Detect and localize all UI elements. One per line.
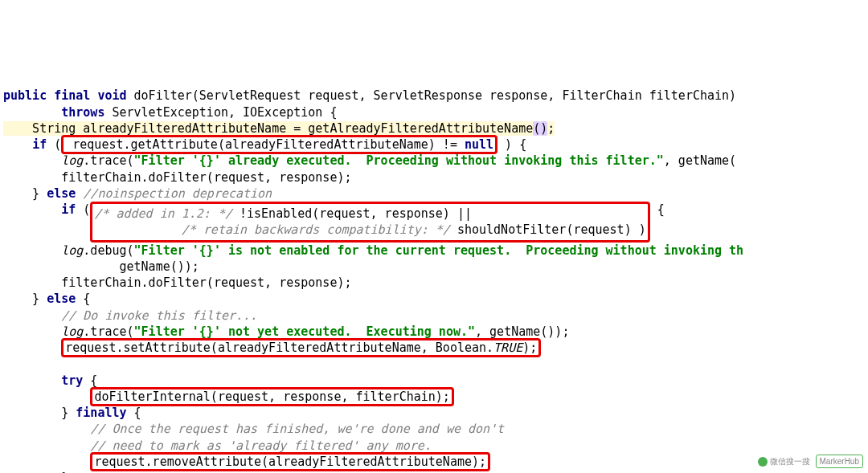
code-block: public final void doFilter(ServletReques… [3, 71, 865, 473]
line-highlighted: String alreadyFilteredAttributeName = ge… [3, 121, 555, 136]
highlight-box: request.setAttribute(alreadyFilteredAttr… [61, 338, 541, 357]
line: // Once the request has finished, we're … [3, 422, 504, 436]
watermark-source: 微信搜一搜 [770, 457, 810, 466]
line: doFilterInternal(request, response, filt… [3, 387, 454, 406]
watermark-label: MarkerHub [816, 455, 863, 469]
wechat-icon [758, 457, 768, 467]
line: if ( request.getAttribute(alreadyFiltere… [3, 135, 526, 154]
highlight-box: /* added in 1.2: */ !isEnabled(request, … [90, 202, 649, 243]
line: log.trace("Filter '{}' not yet executed.… [3, 324, 569, 339]
line: request.removeAttribute(alreadyFilteredA… [3, 452, 490, 471]
line: request.setAttribute(alreadyFilteredAttr… [3, 338, 541, 357]
line: filterChain.doFilter(request, response); [3, 275, 351, 290]
line: } else { [3, 292, 90, 306]
highlight-box: request.getAttribute(alreadyFilteredAttr… [61, 135, 497, 154]
line: // Do invoke this filter... [3, 308, 257, 323]
line: try { [3, 373, 97, 388]
line: log.debug("Filter '{}' is not enabled fo… [3, 243, 743, 258]
line: filterChain.doFilter(request, response); [3, 170, 351, 185]
line: } else //noinspection deprecation [3, 186, 272, 201]
line: throws ServletException, IOException { [3, 105, 337, 120]
highlight-box: doFilterInternal(request, response, filt… [90, 387, 454, 406]
blank-line [3, 357, 10, 371]
line: if (/* added in 1.2: */ !isEnabled(reque… [3, 202, 665, 217]
watermark: 微信搜一搜 MarkerHub [758, 455, 863, 469]
line: } finally { [3, 406, 141, 420]
line: log.trace("Filter '{}' already executed.… [3, 153, 736, 168]
line: public final void doFilter(ServletReques… [3, 88, 736, 103]
highlight-box: request.removeAttribute(alreadyFilteredA… [90, 452, 490, 471]
line: // need to mark as 'already filtered' an… [3, 438, 432, 453]
line: getName()); [3, 259, 199, 274]
